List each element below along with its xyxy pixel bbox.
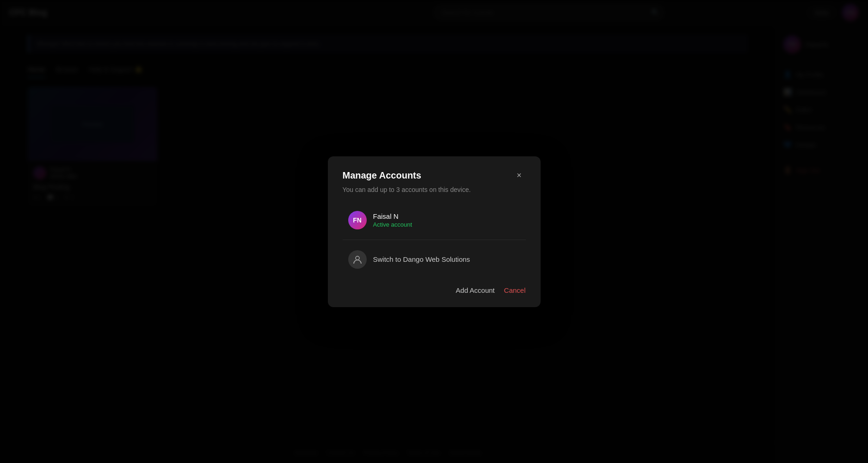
modal-title: Manage Accounts xyxy=(343,170,421,181)
modal-overlay: Manage Accounts × You can add up to 3 ac… xyxy=(0,0,868,463)
modal-accounts-divider xyxy=(343,240,526,240)
svg-point-2 xyxy=(356,256,359,260)
account-info-faisal: Faisal N Active account xyxy=(373,212,412,228)
account-avatar-faisal: FN xyxy=(348,211,367,229)
person-icon xyxy=(352,254,363,265)
account-item-faisal[interactable]: FN Faisal N Active account xyxy=(343,204,526,236)
modal-header: Manage Accounts × xyxy=(343,169,526,182)
switch-account-label: Switch to Dango Web Solutions xyxy=(373,255,470,263)
account-status-faisal: Active account xyxy=(373,221,412,228)
cancel-button[interactable]: Cancel xyxy=(504,286,526,294)
switch-account-item[interactable]: Switch to Dango Web Solutions xyxy=(343,244,526,275)
add-account-button[interactable]: Add Account xyxy=(456,286,495,294)
switch-account-icon xyxy=(348,250,367,269)
modal-close-button[interactable]: × xyxy=(513,169,526,182)
modal-subtitle: You can add up to 3 accounts on this dev… xyxy=(343,186,526,193)
modal-footer: Add Account Cancel xyxy=(343,284,526,294)
manage-accounts-modal: Manage Accounts × You can add up to 3 ac… xyxy=(328,156,541,307)
account-name-faisal: Faisal N xyxy=(373,212,412,220)
